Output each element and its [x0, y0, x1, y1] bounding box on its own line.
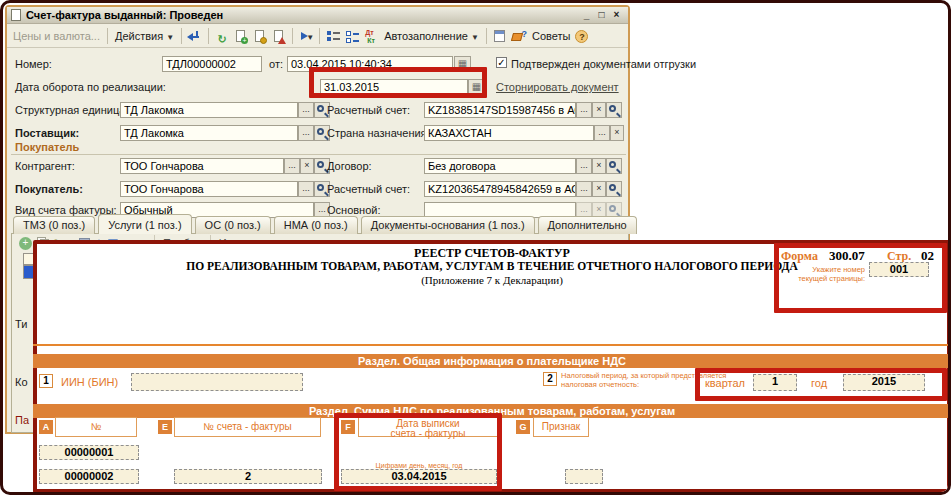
- country-input[interactable]: КАЗАХСТАН: [424, 125, 594, 141]
- account1-label: Расчетный счет:: [327, 104, 410, 116]
- tab-strip: ТМЗ (0 поз.) Услуги (1 поз.) ОС (0 поз.)…: [13, 216, 637, 234]
- clear-icon[interactable]: ×: [592, 158, 606, 174]
- tab-uslugi[interactable]: Услуги (1 поз.): [98, 214, 191, 234]
- row2-invoice-cell[interactable]: 2: [174, 469, 322, 484]
- help-icon[interactable]: ?: [575, 30, 588, 43]
- iin-input[interactable]: [131, 373, 303, 391]
- contract-input[interactable]: Без договора: [424, 158, 576, 174]
- country-label: Страна назначения:: [327, 127, 430, 139]
- row2-flag-cell[interactable]: [565, 469, 603, 484]
- minimize-button[interactable]: _: [579, 9, 594, 22]
- buyer-section-header: Покупатель: [15, 141, 79, 153]
- highlight-turnover-date: [309, 67, 487, 98]
- storno-link[interactable]: Сторнировать документ: [496, 81, 619, 93]
- section-divider: [11, 154, 626, 155]
- unit-input[interactable]: ТД Лакомка: [120, 102, 298, 118]
- price-type-label-fragment: Ти: [15, 318, 27, 330]
- add-icon[interactable]: +: [19, 237, 32, 250]
- dt-kt-icon[interactable]: ДтКт: [363, 29, 379, 44]
- clear-icon[interactable]: ×: [592, 181, 606, 197]
- cell-2-number: 2: [543, 372, 557, 386]
- row1-number-cell[interactable]: 00000001: [39, 445, 139, 460]
- close-button[interactable]: ×: [609, 9, 624, 22]
- tips-book-icon[interactable]: ?: [511, 29, 527, 44]
- column-header-flag: Признак: [533, 417, 589, 437]
- buyer-label: Покупатель:: [15, 183, 83, 195]
- highlight-date-column: [334, 413, 502, 491]
- screenshot-frame: Счет-фактура выданный: Проведен _ □ × Це…: [0, 0, 951, 495]
- select-icon[interactable]: ...: [576, 158, 592, 174]
- separator: [181, 28, 182, 44]
- contract-label: Договор:: [327, 160, 372, 172]
- select-icon[interactable]: ...: [298, 102, 314, 118]
- tab-os[interactable]: ОС (0 поз.): [195, 216, 271, 234]
- column-header-num: №: [55, 417, 137, 437]
- prices-currency-button[interactable]: Цены и валюта...: [11, 29, 102, 43]
- account2-label: Расчетный счет:: [327, 183, 410, 195]
- separator: [486, 28, 487, 44]
- window-title: Счет-фактура выданный: Проведен: [26, 9, 223, 21]
- row2-number-cell[interactable]: 00000002: [39, 469, 139, 484]
- separator: [208, 28, 209, 44]
- magnifier-icon[interactable]: [606, 181, 622, 197]
- main-toolbar: Цены и валюта... Действия ▼ ↻ + ▼ ДтКт А…: [7, 25, 628, 48]
- select-icon[interactable]: ...: [284, 158, 300, 174]
- column-letter-g: G: [516, 420, 530, 434]
- comment-label-fragment: Ко: [15, 376, 28, 388]
- clear-icon[interactable]: ×: [592, 102, 606, 118]
- highlight-form-page: [774, 243, 947, 313]
- turnover-date-label: Дата оборота по реализации:: [15, 81, 166, 93]
- autofill-menu-button[interactable]: Автозаполнение ▼: [382, 29, 481, 43]
- separator: [319, 28, 320, 44]
- post-icon[interactable]: [252, 29, 268, 44]
- window-document-icon: [11, 9, 21, 21]
- clear-icon[interactable]: ×: [300, 158, 314, 174]
- contragent-input[interactable]: ТОО Гончарова: [120, 158, 284, 174]
- cell-1-number: 1: [39, 374, 53, 388]
- actions-menu-button[interactable]: Действия ▼: [113, 29, 176, 43]
- structure-icon[interactable]: [325, 29, 341, 44]
- title-bar[interactable]: Счет-фактура выданный: Проведен _ □ ×: [7, 7, 628, 24]
- tab-additional[interactable]: Дополнительно: [538, 216, 637, 234]
- period-hint-line2: налоговая отчетность:: [561, 380, 639, 389]
- section1-band: Раздел. Общая информация о плательщике Н…: [33, 354, 951, 368]
- magnifier-icon[interactable]: [606, 158, 622, 174]
- number-label: Номер:: [15, 58, 52, 70]
- copy-icon[interactable]: +: [233, 29, 249, 44]
- number-input[interactable]: ТДЛ00000002: [162, 56, 262, 72]
- tab-nma[interactable]: НМА (0 поз.): [274, 216, 358, 234]
- account2-input[interactable]: KZ120365478945842659 в АО "АТФБ: [424, 181, 576, 197]
- select-icon[interactable]: ...: [298, 125, 314, 141]
- contragent-label: Контрагент:: [15, 160, 75, 172]
- table-settings-icon[interactable]: [492, 29, 508, 44]
- unpost-icon[interactable]: [271, 29, 287, 44]
- clear-icon[interactable]: ×: [610, 125, 624, 141]
- confirmed-checkbox[interactable]: ✓: [496, 57, 507, 68]
- iin-label: ИИН (БИН): [61, 376, 118, 388]
- select-icon[interactable]: ...: [594, 125, 610, 141]
- tab-documents[interactable]: Документы-основания (1 поз.): [361, 216, 535, 234]
- highlight-quarter-year: [695, 368, 947, 401]
- select-icon[interactable]: ...: [576, 181, 592, 197]
- select-icon[interactable]: ...: [576, 102, 592, 118]
- supplier-label: Поставщик:: [15, 127, 79, 139]
- supplier-input[interactable]: ТД Лакомка: [120, 125, 298, 141]
- horizontal-rule: [33, 344, 951, 346]
- magnifier-icon[interactable]: [606, 102, 622, 118]
- from-label: от:: [269, 58, 283, 70]
- column-header-invoice: № счета - фактуры: [174, 417, 321, 437]
- tips-button[interactable]: Советы: [530, 29, 572, 43]
- bottom-label-fragment: Па: [15, 414, 29, 426]
- separator: [107, 28, 108, 44]
- movements-icon[interactable]: [344, 29, 360, 44]
- account1-input[interactable]: KZ18385147SD15987456 в АО "Бан: [424, 102, 576, 118]
- separator: [292, 28, 293, 44]
- refresh-icon[interactable]: ↻: [214, 29, 230, 44]
- select-icon[interactable]: ...: [298, 181, 314, 197]
- maximize-button[interactable]: □: [594, 9, 609, 22]
- post-and-close-icon[interactable]: [187, 29, 203, 44]
- buyer-input[interactable]: ТОО Гончарова: [120, 181, 298, 197]
- unit-label: Структурная единица:: [15, 104, 128, 116]
- go-to-icon[interactable]: ▼: [298, 29, 314, 44]
- tab-tmz[interactable]: ТМЗ (0 поз.): [13, 216, 95, 234]
